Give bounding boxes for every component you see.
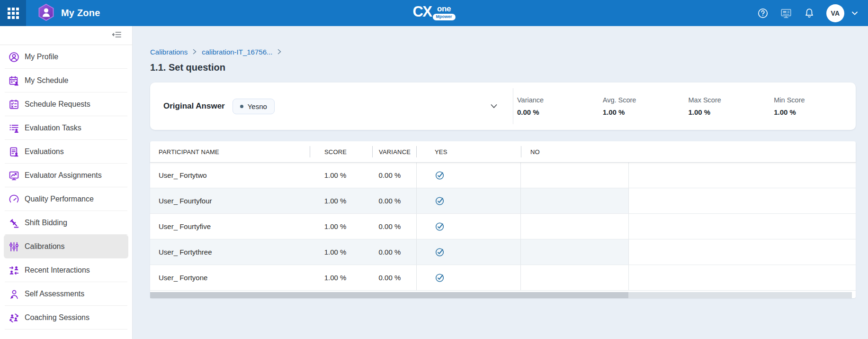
breadcrumb-chevron-icon [193, 48, 197, 56]
row-filler [629, 239, 856, 265]
table-row: User_ Fourtyfive 1.00 % 0.00 % [150, 214, 856, 239]
myzone-brand: My Zone [37, 3, 100, 23]
check-circle-icon [435, 221, 445, 231]
sidebar-item-evaluator-assignments[interactable]: Evaluator Assignments [4, 164, 128, 187]
column-header-variance: VARIANCE [373, 141, 417, 162]
page-title: 1.1. Set question [150, 62, 856, 73]
top-actions: VA [757, 4, 868, 22]
original-answer-label: Original Answer [163, 101, 225, 111]
check-circle-icon [435, 170, 445, 180]
top-bar: My Zone CX one Mpower [0, 0, 868, 26]
horizontal-scrollbar[interactable] [150, 292, 852, 298]
stat-max-score: Max Score 1.00 % [685, 96, 770, 116]
score-cell: 1.00 % [310, 214, 373, 239]
sidebar-item-recent-interactions[interactable]: Recent Interactions [4, 258, 128, 282]
monitor-chart-icon [8, 169, 20, 182]
apps-grid-icon [8, 8, 19, 19]
breadcrumb-chevron-icon [277, 48, 281, 56]
sidebar-nav: My Profile My Schedule [0, 45, 132, 330]
variance-cell: 0.00 % [373, 265, 417, 290]
breadcrumb: Calibrations calibration-IT_16756... [150, 48, 856, 56]
participant-name-cell: User_ Fourtyfive [150, 214, 310, 239]
chip-dot-icon [240, 105, 243, 108]
participant-name-cell: User_ Fortyone [150, 265, 310, 290]
column-header-score: SCORE [310, 141, 373, 162]
sidebar-item-evaluations[interactable]: Evaluations [4, 140, 128, 164]
check-circle-icon [435, 273, 445, 283]
original-answer-panel: Original Answer Yesno Variance 0.00 % Av… [150, 82, 856, 130]
sidebar-item-label: Recent Interactions [25, 266, 90, 275]
sidebar-item-label: Evaluations [25, 147, 64, 156]
gauge-icon [8, 193, 20, 205]
sidebar-header [0, 26, 132, 45]
panel-chevron-down-icon[interactable] [489, 101, 499, 111]
cxone-logo-cx: CX [412, 5, 431, 18]
sidebar-item-label: Calibrations [25, 242, 64, 251]
table-row: User_ Fourtyfour 1.00 % 0.00 % [150, 188, 856, 214]
notifications-bell-icon[interactable] [804, 8, 815, 19]
sidebar-item-label: Self Assessments [25, 290, 84, 298]
sidebar-item-shift-bidding[interactable]: Shift Bidding [4, 211, 128, 235]
no-cell [521, 188, 628, 213]
variance-cell: 0.00 % [373, 163, 417, 188]
participant-name-cell: User_ Fourtyfour [150, 188, 310, 213]
sidebar-item-coaching-sessions[interactable]: Coaching Sessions [4, 306, 128, 330]
answer-chip: Yesno [233, 99, 275, 114]
sidebar-item-label: My Schedule [25, 76, 69, 85]
sliders-icon [8, 240, 20, 253]
calendar-person-icon [8, 74, 20, 87]
people-cycle-icon [8, 312, 20, 324]
screen-share-icon[interactable] [780, 7, 792, 19]
no-cell [521, 214, 628, 239]
column-header-no: NO [521, 141, 629, 162]
sidebar-item-my-schedule[interactable]: My Schedule [4, 69, 128, 92]
no-cell [521, 239, 628, 265]
score-cell: 1.00 % [310, 265, 373, 290]
sidebar: My Profile My Schedule [0, 26, 133, 339]
score-cell: 1.00 % [310, 239, 373, 265]
user-avatar[interactable]: VA [826, 4, 844, 22]
answer-chip-label: Yesno [248, 102, 267, 110]
cxone-logo: CX one Mpower [412, 5, 455, 20]
yes-cell [416, 265, 521, 290]
participant-name-cell: User_ Fortythree [150, 239, 310, 265]
help-icon[interactable] [757, 8, 769, 19]
breadcrumb-link-calibration-item[interactable]: calibration-IT_16756... [202, 48, 272, 56]
sidebar-item-label: Shift Bidding [25, 219, 67, 227]
sidebar-item-self-assessments[interactable]: Self Assessments [4, 282, 128, 306]
no-cell [521, 163, 628, 188]
participants-table: PARTICIPANT NAME SCORE VARIANCE YES NO U… [150, 141, 856, 298]
mpower-badge: Mpower [433, 14, 456, 20]
gavel-icon [8, 217, 20, 229]
column-header-yes: YES [417, 141, 521, 162]
calendar-check-icon [8, 98, 20, 110]
participant-name-cell: User_ Fortytwo [150, 163, 310, 188]
sidebar-item-label: Schedule Requests [25, 100, 90, 109]
myzone-hexagon-icon [37, 3, 55, 23]
sidebar-item-label: Evaluator Assignments [25, 171, 102, 180]
answer-stats: Variance 0.00 % Avg. Score 1.00 % Max Sc… [513, 88, 856, 124]
document-person-icon [8, 146, 20, 158]
row-filler [629, 265, 856, 290]
main-content: Calibrations calibration-IT_16756... 1.1… [133, 26, 868, 339]
sidebar-item-quality-performance[interactable]: Quality Performance [4, 187, 128, 211]
sidebar-collapse-icon[interactable] [111, 30, 122, 41]
horizontal-scrollbar-thumb[interactable] [150, 292, 628, 298]
cxone-logo-one: one [437, 5, 451, 13]
table-row: User_ Fortyone 1.00 % 0.00 % [150, 265, 856, 291]
profile-icon [8, 51, 20, 63]
app-launcher-button[interactable] [0, 0, 26, 26]
sidebar-item-label: Quality Performance [25, 195, 94, 203]
sidebar-item-my-profile[interactable]: My Profile [4, 45, 128, 69]
check-circle-icon [435, 247, 445, 257]
variance-cell: 0.00 % [373, 239, 417, 265]
variance-cell: 0.00 % [373, 214, 417, 239]
sidebar-item-calibrations[interactable]: Calibrations [4, 235, 128, 258]
row-filler [629, 188, 856, 213]
sidebar-item-evaluation-tasks[interactable]: Evaluation Tasks [4, 116, 128, 140]
stat-avg-score: Avg. Score 1.00 % [599, 96, 685, 116]
sidebar-item-schedule-requests[interactable]: Schedule Requests [4, 92, 128, 116]
account-chevron-down-icon[interactable] [851, 9, 859, 17]
breadcrumb-link-calibrations[interactable]: Calibrations [150, 48, 188, 56]
yes-cell [416, 188, 521, 213]
